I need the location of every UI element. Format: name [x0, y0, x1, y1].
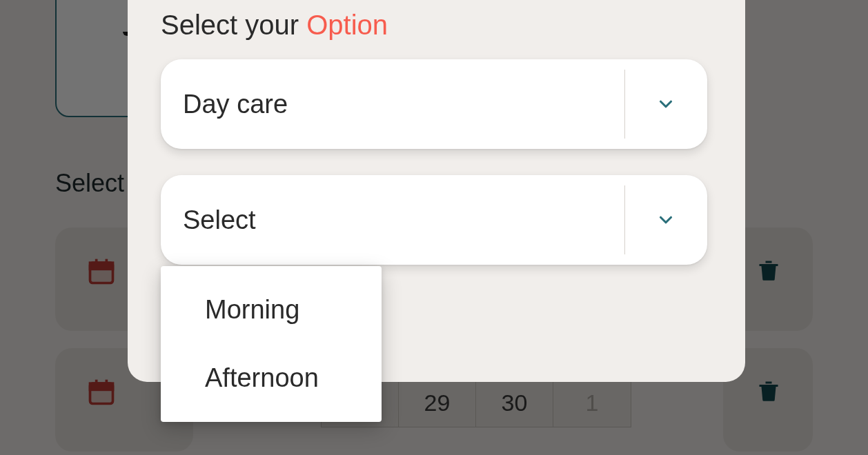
heading-accent: Option — [306, 10, 388, 40]
dropdown-option-afternoon[interactable]: Afternoon — [161, 344, 382, 412]
heading-prefix: Select your — [161, 10, 306, 40]
dropdown-option-morning[interactable]: Morning — [161, 276, 382, 344]
option-modal: Select your Option Day care Select Morni… — [128, 0, 745, 382]
service-select-value: Day care — [161, 90, 624, 119]
chevron-down-icon — [624, 59, 707, 149]
chevron-down-icon — [624, 175, 707, 265]
time-select-value: Select — [161, 205, 624, 235]
time-select-dropdown: Morning Afternoon — [161, 266, 382, 422]
service-select[interactable]: Day care — [161, 59, 707, 149]
modal-heading: Select your Option — [161, 10, 388, 41]
time-select[interactable]: Select — [161, 175, 707, 265]
